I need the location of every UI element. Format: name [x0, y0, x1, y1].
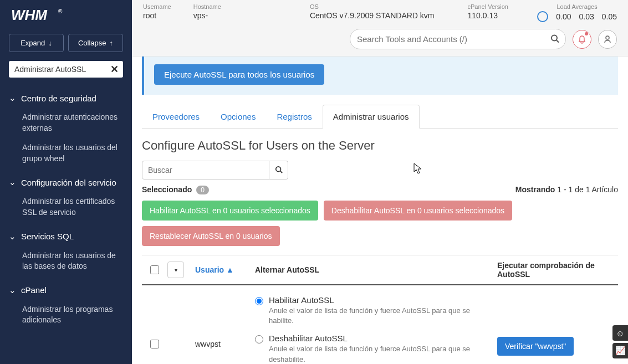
chevron-down-icon: ⌄	[9, 285, 17, 295]
chat-icon[interactable]: ☺	[612, 325, 628, 341]
nav-item[interactable]: Administrar los certificados SSL de serv…	[0, 192, 132, 222]
autossl-radio[interactable]	[255, 335, 263, 344]
tab-opciones[interactable]: Opciones	[210, 105, 266, 128]
chart-icon[interactable]: 📈	[612, 343, 628, 358]
chevron-down-icon: ⌄	[9, 177, 17, 187]
autossl-radio[interactable]	[255, 297, 263, 305]
os-field: OS CentOS v7.9.2009 STANDARD kvm	[310, 3, 435, 20]
enable-autossl-button[interactable]: Habilitar AutoSSL en 0 usuarios seleccio…	[142, 201, 318, 221]
col-run: Ejecutar comprobación de AutoSSL	[497, 261, 614, 279]
nav-section-heading[interactable]: ⌄Servicios SQL	[0, 227, 132, 246]
page-title: Configure AutoSSL for Users on the Serve…	[142, 139, 618, 153]
global-search-input[interactable]	[350, 29, 566, 49]
user-search-button[interactable]	[269, 161, 288, 180]
global-search	[350, 29, 566, 49]
nav-item[interactable]: Administrar los usuarios de las bases de…	[0, 246, 132, 276]
select-all-checkbox[interactable]	[150, 265, 159, 274]
user-icon	[603, 35, 612, 44]
content: Ejecute AutoSSL para todos los usuarios …	[132, 57, 628, 364]
tabs: ProveedoresOpcionesRegistrosAdministrar …	[142, 105, 618, 129]
option-label: Deshabilitar AutoSSL	[269, 334, 493, 343]
svg-point-5	[275, 166, 280, 171]
load-averages: Load Averages 0.00 0.03 0.05	[537, 3, 617, 22]
tab-registros[interactable]: Registros	[266, 105, 322, 128]
disable-autossl-button[interactable]: Deshabilitar AutoSSL en 0 usuarios selec…	[324, 201, 512, 221]
autossl-option: Habilitar AutoSSLAnule el valor de lista…	[255, 295, 493, 326]
user-button[interactable]	[598, 30, 617, 49]
arrow-down-icon: ↓	[48, 39, 52, 47]
nav-item[interactable]: Administrar autenticaciones externas	[0, 107, 132, 138]
bell-icon	[578, 35, 586, 44]
refresh-icon[interactable]	[537, 11, 548, 22]
chevron-down-icon: ⌄	[9, 232, 17, 242]
users-table: ▾ Usuario ▲ Alternar AutoSSL Ejecutar co…	[142, 255, 618, 364]
user-search-input[interactable]	[142, 161, 269, 180]
svg-point-4	[606, 36, 609, 39]
option-desc: Anule el valor de lista de función y fue…	[269, 306, 493, 326]
row-checkbox[interactable]	[150, 340, 159, 348]
notifications-button[interactable]	[573, 30, 591, 49]
svg-point-2	[552, 35, 557, 40]
option-desc: Anule el valor de lista de función y fue…	[269, 344, 493, 364]
col-toggle: Alternar AutoSSL	[255, 265, 493, 274]
nav-section-heading[interactable]: ⌄Centro de seguridad	[0, 89, 132, 107]
floating-actions: ☺ 📈	[612, 325, 628, 358]
whm-logo: WHM®	[0, 0, 132, 29]
svg-text:WHM: WHM	[11, 7, 48, 23]
col-user[interactable]: Usuario ▲	[195, 265, 245, 274]
search-icon	[275, 166, 283, 173]
verify-button[interactable]: Verificar "wwvpst"	[497, 337, 574, 356]
chevron-down-icon: ⌄	[9, 93, 17, 103]
search-icon[interactable]	[550, 34, 559, 44]
selected-count: Seleccionado 0	[142, 185, 209, 194]
sidebar: WHM® Expand ↓ Collapse ↑ ✕ ⌄Centro de se…	[0, 0, 132, 364]
tab-proveedores[interactable]: Proveedores	[142, 105, 210, 128]
svg-line-3	[556, 40, 559, 42]
nav-item[interactable]: Administrar los programas adicionales	[0, 300, 132, 330]
run-autossl-all-button[interactable]: Ejecute AutoSSL para todos los usuarios	[154, 64, 324, 85]
showing-count: Mostrando 1 - 1 de 1 Artículo	[515, 185, 618, 194]
hostname-field: Hostname vps-	[193, 3, 221, 20]
nav-section-heading[interactable]: ⌄Configuración del servicio	[0, 173, 132, 192]
sidebar-search: ✕	[9, 61, 123, 78]
arrow-up-icon: ↑	[110, 39, 114, 47]
user-cell: wwvpst	[195, 295, 245, 348]
sidebar-nav: ⌄Centro de seguridadAdministrar autentic…	[0, 84, 132, 364]
tab-administrar-usuarios[interactable]: Administrar usuarios	[323, 105, 420, 129]
alert-banner: Ejecute AutoSSL para todos los usuarios	[142, 57, 618, 95]
svg-line-6	[280, 171, 282, 173]
sidebar-search-input[interactable]	[9, 61, 123, 78]
select-dropdown[interactable]: ▾	[167, 262, 184, 278]
username-field: Username root	[143, 3, 171, 20]
autossl-option: Deshabilitar AutoSSLAnule el valor de li…	[255, 334, 493, 364]
expand-button[interactable]: Expand ↓	[9, 34, 64, 52]
table-row: wwvpstHabilitar AutoSSLAnule el valor de…	[142, 285, 618, 364]
table-header: ▾ Usuario ▲ Alternar AutoSSL Ejecutar co…	[142, 255, 618, 285]
nav-section-heading[interactable]: ⌄cPanel	[0, 281, 132, 300]
clear-search-icon[interactable]: ✕	[110, 63, 119, 75]
reset-autossl-button[interactable]: Restablecer AutoSSL en 0 usuarios	[142, 226, 280, 246]
collapse-button[interactable]: Collapse ↑	[68, 34, 123, 52]
option-label: Habilitar AutoSSL	[269, 295, 493, 305]
cpanel-version-field: cPanel Version 110.0.13	[468, 3, 508, 20]
topbar: Username root Hostname vps- OS CentOS v7…	[132, 0, 628, 57]
nav-item[interactable]: Administrar los usuarios del grupo wheel	[0, 138, 132, 168]
svg-text:®: ®	[58, 8, 63, 14]
